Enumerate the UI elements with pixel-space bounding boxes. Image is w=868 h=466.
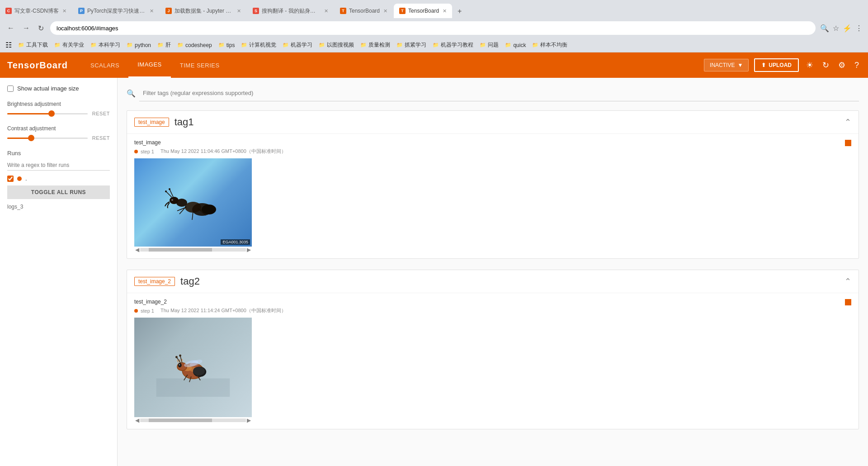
main-layout: Show actual image size Brightness adjust… — [0, 78, 868, 466]
scroll-left-btn-1[interactable]: ◀ — [134, 247, 140, 253]
svg-point-3 — [170, 197, 179, 204]
tab-tb1[interactable]: T TensorBoard ✕ — [335, 4, 393, 18]
image-timestamp-2: Thu May 12 2022 11:14:24 GMT+0800（中国标准时间… — [160, 307, 286, 314]
bookmarks-bar: ☷ 📁工具下载 📁有关学业 📁本科学习 📁python 📁肝 📁codeshee… — [0, 38, 868, 52]
contrast-slider-row: RESET — [7, 135, 110, 141]
svg-line-12 — [192, 212, 193, 220]
content-area: 🔍 test_image tag1 ⌃ test_image — [118, 78, 868, 466]
tag-title-2: tag2 — [180, 276, 200, 287]
tag-header-2: test_image_2 tag2 ⌃ — [127, 270, 859, 293]
help-icon[interactable]: ? — [853, 59, 861, 72]
menu-icon[interactable]: ⋮ — [855, 24, 863, 33]
nav-time-series[interactable]: TIME SERIES — [171, 52, 229, 78]
bookmark-undergrad[interactable]: 📁本科学习 — [90, 41, 120, 49]
nav-scalars[interactable]: SCALARS — [81, 52, 128, 78]
brightness-fill — [7, 113, 52, 114]
tab-tb2[interactable]: T TensorBoard ✕ — [394, 4, 452, 18]
run-checkbox[interactable] — [7, 176, 14, 182]
tensorboard-logo: TensorBoard — [7, 60, 68, 71]
tab-jupyter[interactable]: J 加载数据集 - Jupyter Note... ✕ — [160, 4, 246, 18]
bookmark-quick[interactable]: 📁quick — [505, 42, 526, 48]
address-input[interactable]: localhost:6006/#images — [50, 21, 816, 35]
forward-button[interactable]: → — [21, 22, 32, 34]
svg-point-14 — [202, 204, 216, 214]
bookmark-tips[interactable]: 📁tips — [218, 42, 235, 48]
new-tab-button[interactable]: + — [453, 5, 466, 18]
apps-icon[interactable]: ☷ — [5, 41, 12, 49]
tab-close-jupyter[interactable]: ✕ — [237, 8, 241, 14]
scrollbar-track-2[interactable] — [140, 418, 246, 422]
tensorboard-header: TensorBoard SCALARS IMAGES TIME SERIES I… — [0, 52, 868, 78]
image-meta-row-2: step 1 Thu May 12 2022 11:14:24 GMT+0800… — [134, 307, 851, 314]
svg-point-25 — [175, 356, 178, 358]
search-icon[interactable]: 🔍 — [820, 24, 829, 33]
tab-pytorch[interactable]: P PyTorch深度学习快速入门... ✕ — [73, 4, 159, 18]
bookmark-study[interactable]: 📁抓紧学习 — [396, 41, 426, 49]
tab-close-sougou[interactable]: ✕ — [324, 8, 328, 14]
tab-label-csdn: 写文章-CSDN博客 — [14, 7, 59, 15]
scrollbar-thumb-1[interactable] — [149, 248, 212, 252]
brightness-icon[interactable]: ☀ — [804, 58, 815, 72]
scrollbar-track-1[interactable] — [140, 248, 246, 252]
address-bar: ← → ↻ localhost:6006/#images 🔍 ☆ ⚡ ⋮ — [0, 18, 868, 38]
collapse-icon-2[interactable]: ⌃ — [844, 276, 851, 286]
image-card-2: test_image_2 step 1 Thu May 12 2022 11:1… — [127, 293, 859, 429]
brightness-reset[interactable]: RESET — [92, 111, 110, 116]
orange-corner-badge-2 — [845, 299, 851, 305]
toggle-all-runs-button[interactable]: TOGGLE ALL RUNS — [7, 185, 110, 199]
reload-button[interactable]: ↻ — [36, 22, 46, 34]
bookmark-ml-tutorial[interactable]: 📁机器学习教程 — [433, 41, 473, 49]
tensorboard-nav: SCALARS IMAGES TIME SERIES — [81, 52, 229, 78]
scroll-right-btn-1[interactable]: ▶ — [246, 247, 252, 253]
tab-label-tb2: TensorBoard — [408, 8, 439, 14]
svg-point-23 — [179, 364, 180, 365]
bookmark-problems[interactable]: 📁问题 — [480, 41, 499, 49]
tab-sougou[interactable]: S 搜狗翻译 - 我的贴身智能... ✕ — [247, 4, 334, 18]
bookmark-quality[interactable]: 📁质量检测 — [360, 41, 390, 49]
brightness-thumb[interactable] — [48, 110, 55, 117]
bookmark-video-search[interactable]: 📁以图搜视频 — [319, 41, 354, 49]
inactive-dropdown[interactable]: INACTIVE ▼ — [704, 59, 749, 71]
bookmark-liver[interactable]: 📁肝 — [157, 41, 171, 49]
bookmark-icon[interactable]: ☆ — [833, 24, 839, 33]
runs-filter-input[interactable] — [7, 160, 110, 171]
refresh-icon[interactable]: ↻ — [821, 58, 831, 72]
bookmark-imbalanced[interactable]: 📁样本不均衡 — [532, 41, 567, 49]
tab-close-pytorch[interactable]: ✕ — [150, 8, 154, 14]
tab-favicon-csdn: C — [5, 8, 12, 14]
svg-line-35 — [177, 360, 178, 363]
tab-close-tb1[interactable]: ✕ — [383, 8, 387, 14]
contrast-track[interactable] — [7, 138, 88, 139]
bookmark-codesheep[interactable]: 📁codesheep — [177, 42, 212, 48]
back-button[interactable]: ← — [5, 22, 16, 34]
collapse-icon-1[interactable]: ⌃ — [844, 117, 851, 127]
contrast-thumb[interactable] — [28, 135, 34, 141]
bookmark-ml[interactable]: 📁机器学习 — [283, 41, 312, 49]
nav-images[interactable]: IMAGES — [128, 52, 171, 78]
header-right: INACTIVE ▼ ⬆ UPLOAD ☀ ↻ ⚙ ? — [704, 58, 861, 72]
extensions-icon[interactable]: ⚡ — [843, 24, 852, 33]
upload-button[interactable]: ⬆ UPLOAD — [754, 58, 799, 72]
image-meta-row-1: step 1 Thu May 12 2022 11:04:46 GMT+0800… — [134, 148, 851, 155]
run-color-dot — [17, 176, 22, 181]
bookmark-school[interactable]: 📁有关学业 — [54, 41, 84, 49]
tab-label-sougou: 搜狗翻译 - 我的贴身智能... — [262, 7, 321, 15]
brightness-section: Brightness adjustment RESET — [7, 101, 110, 116]
brightness-track[interactable] — [7, 113, 88, 114]
bookmark-python[interactable]: 📁python — [127, 42, 151, 48]
tab-close-tb2[interactable]: ✕ — [443, 8, 447, 14]
tab-close-csdn[interactable]: ✕ — [62, 8, 66, 14]
filter-input[interactable] — [139, 85, 859, 101]
contrast-reset[interactable]: RESET — [92, 135, 110, 141]
sidebar: Show actual image size Brightness adjust… — [0, 78, 118, 466]
bookmark-cv[interactable]: 📁计算机视觉 — [241, 41, 276, 49]
bookmark-toolbox[interactable]: 📁工具下载 — [18, 41, 48, 49]
tab-csdn[interactable]: C 写文章-CSDN博客 ✕ — [0, 4, 72, 18]
scroll-right-btn-2[interactable]: ▶ — [246, 417, 252, 423]
settings-icon[interactable]: ⚙ — [836, 58, 847, 72]
scrollbar-thumb-2[interactable] — [149, 418, 212, 422]
tag-section-2: test_image_2 tag2 ⌃ test_image_2 step 1 … — [127, 270, 859, 429]
scroll-left-btn-2[interactable]: ◀ — [134, 417, 140, 423]
show-actual-size-checkbox[interactable] — [7, 86, 14, 92]
tag-header-1: test_image tag1 ⌃ — [127, 111, 859, 134]
